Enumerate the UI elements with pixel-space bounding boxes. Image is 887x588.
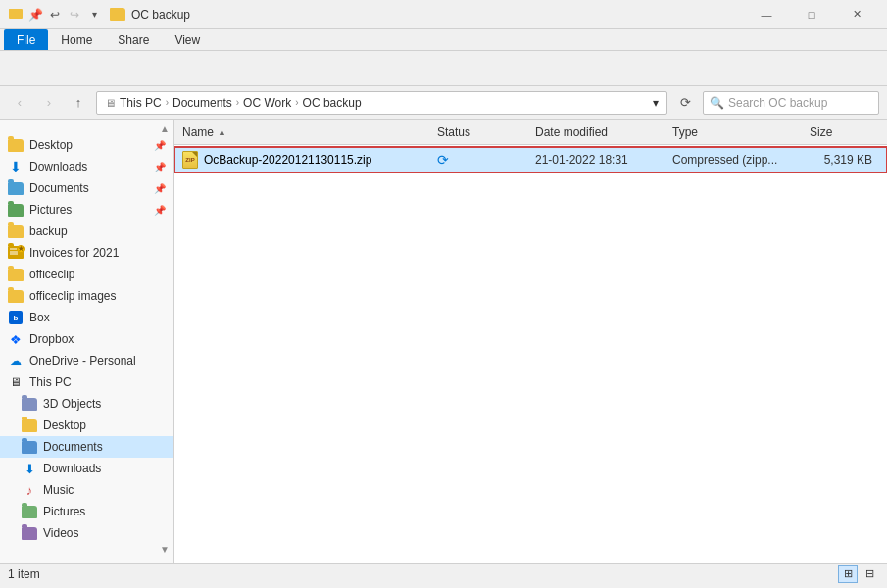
pin-icon[interactable]: 📌 xyxy=(27,7,43,23)
sidebar-label-videos: Videos xyxy=(43,526,78,540)
col-header-size[interactable]: Size xyxy=(802,120,880,144)
desktop-folder-icon xyxy=(8,137,24,153)
quick-access-icon xyxy=(8,7,24,23)
col-date-label: Date modified xyxy=(535,125,608,139)
sidebar-item-3dobjects[interactable]: 3D Objects xyxy=(0,393,173,415)
search-placeholder: Search OC backup xyxy=(728,96,827,110)
3dobjects-icon xyxy=(22,396,37,412)
pin-documents: 📌 xyxy=(154,183,166,194)
file-row-ocbackup[interactable]: ZIP OcBackup-20220121130115.zip ⟳ 21-01-… xyxy=(174,147,887,172)
col-header-date[interactable]: Date modified xyxy=(527,120,665,144)
window-folder-icon xyxy=(110,8,125,21)
sidebar-item-invoices[interactable]: ★ Invoices for 2021 xyxy=(0,242,173,264)
sidebar-label-officeclip: officeclip xyxy=(29,268,74,281)
col-size-label: Size xyxy=(810,125,832,139)
file-list: ZIP OcBackup-20220121130115.zip ⟳ 21-01-… xyxy=(174,145,887,563)
file-date: 21-01-2022 18:31 xyxy=(527,153,665,167)
sidebar-item-desktop-thispc[interactable]: Desktop xyxy=(0,415,173,436)
sidebar-item-onedrive[interactable]: ☁ OneDrive - Personal xyxy=(0,350,173,371)
path-sep-1: › xyxy=(166,97,169,108)
sidebar-item-music[interactable]: ♪ Music xyxy=(0,479,173,501)
address-bar: ‹ › ↑ 🖥 This PC › Documents › OC Work › … xyxy=(0,86,887,120)
sidebar-item-officeclip-images[interactable]: officeclip images xyxy=(0,285,173,307)
sidebar-label-desktop-thispc: Desktop xyxy=(43,418,86,432)
undo-icon[interactable]: ↩ xyxy=(47,7,63,23)
thispc-icon: 🖥 xyxy=(8,374,24,390)
sidebar-label-backup: backup xyxy=(29,224,68,238)
sidebar-label-documents: Documents xyxy=(29,181,89,195)
path-dropdown-btn[interactable]: ▾ xyxy=(653,96,659,110)
sidebar-item-pictures[interactable]: Pictures 📌 xyxy=(0,199,173,220)
path-part-documents[interactable]: Documents xyxy=(172,96,232,110)
officeclip-folder-icon xyxy=(8,267,24,282)
search-box[interactable]: 🔍 Search OC backup xyxy=(703,91,879,115)
onedrive-service-icon: ☁ xyxy=(8,353,24,368)
minimize-button[interactable]: — xyxy=(744,0,789,29)
col-header-name[interactable]: Name ▲ xyxy=(174,120,429,144)
sidebar-label-dropbox: Dropbox xyxy=(29,332,74,346)
path-sep-2: › xyxy=(236,97,239,108)
view-large-icons-button[interactable]: ⊟ xyxy=(860,565,879,583)
sidebar-label-downloads-thispc: Downloads xyxy=(43,462,101,475)
desktop-thispc-icon xyxy=(22,417,37,433)
pin-downloads: 📌 xyxy=(154,162,166,172)
sidebar-scroll-down[interactable]: ▼ xyxy=(0,544,173,555)
ribbon-toolbar xyxy=(0,51,887,86)
redo-icon[interactable]: ↪ xyxy=(67,7,82,23)
sidebar-item-officeclip[interactable]: officeclip xyxy=(0,264,173,285)
path-part-thispc[interactable]: This PC xyxy=(120,96,162,110)
path-part-ocwork[interactable]: OC Work xyxy=(243,96,291,110)
sidebar-label-thispc: This PC xyxy=(29,375,72,389)
main-layout: ▲ Desktop 📌 ⬇ Downloads 📌 Documents 📌 Pi… xyxy=(0,120,887,563)
music-icon: ♪ xyxy=(22,482,37,498)
tab-home[interactable]: Home xyxy=(48,29,105,50)
col-header-type[interactable]: Type xyxy=(665,120,802,144)
sort-arrow-name: ▲ xyxy=(218,127,226,137)
sidebar-item-pictures-thispc[interactable]: Pictures xyxy=(0,501,173,522)
window-title: OC backup xyxy=(131,8,190,22)
forward-button[interactable]: › xyxy=(37,91,61,115)
sidebar-item-desktop[interactable]: Desktop 📌 xyxy=(0,134,173,156)
sidebar-item-box[interactable]: b Box xyxy=(0,307,173,328)
customize-icon[interactable]: ▾ xyxy=(86,7,102,23)
sidebar: ▲ Desktop 📌 ⬇ Downloads 📌 Documents 📌 Pi… xyxy=(0,120,174,563)
sidebar-item-downloads[interactable]: ⬇ Downloads 📌 xyxy=(0,156,173,177)
maximize-button[interactable]: □ xyxy=(789,0,834,29)
officeclip-images-folder-icon xyxy=(8,288,24,304)
sidebar-scroll-up[interactable]: ▲ xyxy=(0,123,173,134)
videos-icon xyxy=(22,525,37,541)
window-title-area: OC backup xyxy=(110,8,744,22)
sidebar-label-officeclip-images: officeclip images xyxy=(29,289,117,303)
path-sep-3: › xyxy=(295,97,298,108)
refresh-button[interactable]: ⟳ xyxy=(673,91,697,115)
sidebar-item-documents[interactable]: Documents 📌 xyxy=(0,177,173,199)
status-item-count: 1 item xyxy=(8,567,40,581)
sidebar-item-downloads-thispc[interactable]: ⬇ Downloads xyxy=(0,458,173,479)
up-button[interactable]: ↑ xyxy=(67,91,90,115)
address-path[interactable]: 🖥 This PC › Documents › OC Work › OC bac… xyxy=(96,91,667,115)
pictures-thispc-icon xyxy=(22,504,37,519)
sidebar-item-videos[interactable]: Videos xyxy=(0,522,173,544)
close-button[interactable]: ✕ xyxy=(834,0,879,29)
tab-view[interactable]: View xyxy=(162,29,213,50)
sidebar-item-dropbox[interactable]: ❖ Dropbox xyxy=(0,328,173,350)
sidebar-label-box: Box xyxy=(29,311,50,324)
tab-file[interactable]: File xyxy=(4,29,48,50)
zip-file-icon: ZIP xyxy=(182,151,198,169)
file-name: OcBackup-20220121130115.zip xyxy=(204,153,371,167)
sidebar-item-documents-thispc[interactable]: Documents xyxy=(0,436,173,458)
col-header-status[interactable]: Status xyxy=(429,120,527,144)
view-details-button[interactable]: ⊞ xyxy=(838,565,858,583)
col-status-label: Status xyxy=(437,125,470,139)
downloads-icon: ⬇ xyxy=(8,159,24,174)
sidebar-label-desktop: Desktop xyxy=(29,138,73,152)
tab-share[interactable]: Share xyxy=(105,29,162,50)
sidebar-item-thispc[interactable]: 🖥 This PC xyxy=(0,371,173,393)
col-name-label: Name xyxy=(182,125,214,139)
path-part-ocbackup[interactable]: OC backup xyxy=(303,96,362,110)
dropbox-service-icon: ❖ xyxy=(8,331,24,347)
pictures-folder-icon xyxy=(8,202,24,218)
sidebar-item-backup[interactable]: backup xyxy=(0,220,173,242)
svg-rect-1 xyxy=(9,9,23,19)
back-button[interactable]: ‹ xyxy=(8,91,31,115)
